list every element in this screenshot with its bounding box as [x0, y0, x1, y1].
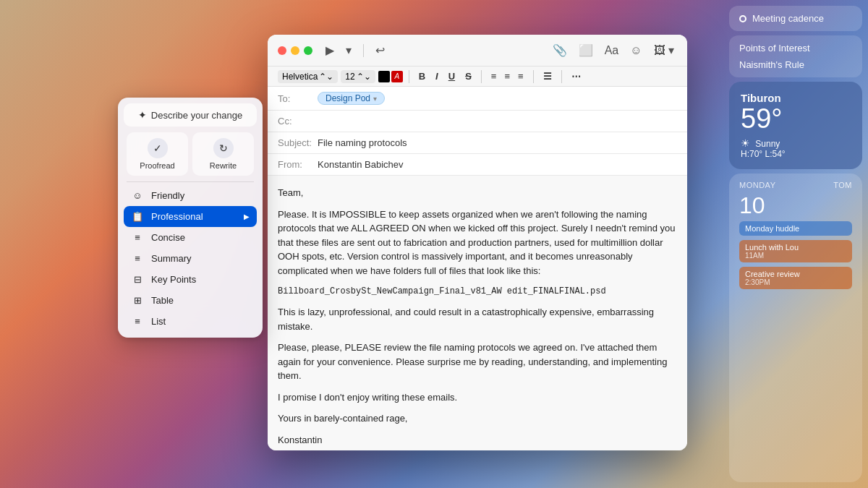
- event-time-1: 11AM: [745, 252, 846, 260]
- maximize-button[interactable]: [304, 46, 312, 55]
- format-sep-2: [481, 70, 482, 83]
- describe-change-button[interactable]: ✦ Describe your change: [124, 103, 257, 127]
- cc-label: Cc:: [278, 116, 318, 127]
- list-label: List: [151, 316, 166, 327]
- attach-button[interactable]: 📎: [550, 42, 570, 59]
- list-icon: ≡: [131, 316, 144, 327]
- calendar-header: MONDAY TOM: [739, 181, 852, 189]
- body-signature: Konstantin: [278, 433, 677, 448]
- weather-widget: Tiburon 59° ☀ Sunny H:70° L:54°: [729, 82, 862, 169]
- highlight-color-swatch[interactable]: A: [391, 71, 403, 82]
- body-greeting: Team,: [278, 186, 677, 200]
- professional-icon: 📋: [131, 211, 144, 222]
- links-widget: Points of Interest Naismith's Rule: [729, 35, 862, 77]
- to-field-row: To: Design Pod ▾: [268, 87, 687, 111]
- send-button[interactable]: ▶: [323, 42, 337, 59]
- font-selector[interactable]: Helvetica ⌃⌄: [278, 70, 338, 83]
- meeting-label: Meeting cadence: [752, 13, 824, 24]
- close-button[interactable]: [278, 46, 286, 55]
- table-label: Table: [151, 295, 174, 306]
- from-value[interactable]: Konstantin Babichev: [318, 159, 677, 170]
- wt-menu-concise[interactable]: ≡ Concise: [124, 227, 257, 248]
- color-swatch-group: A: [378, 71, 403, 82]
- underline-button[interactable]: U: [445, 69, 459, 83]
- calendar-event-1[interactable]: Lunch with Lou 11AM: [739, 240, 852, 262]
- wt-menu-summary[interactable]: ≡ Summary: [124, 248, 257, 269]
- text-color-swatch[interactable]: [378, 71, 390, 82]
- wt-menu-professional[interactable]: 📋 Professional: [124, 206, 257, 227]
- window-icon: ⬜: [579, 44, 593, 56]
- meeting-badge[interactable]: Meeting cadence: [729, 6, 862, 31]
- font-size: 12: [345, 72, 354, 82]
- sun-icon: ☀: [741, 137, 750, 149]
- align-center-button[interactable]: ≡: [501, 69, 514, 83]
- font-button[interactable]: Aa: [602, 43, 622, 59]
- traffic-lights: [278, 46, 312, 55]
- format-sep-4: [561, 70, 562, 83]
- proofread-label: Proofread: [140, 161, 174, 170]
- wt-menu-key-points[interactable]: ⊟ Key Points: [124, 269, 257, 290]
- body-para-2: This is lazy, unprofessional, and could …: [278, 305, 677, 333]
- bold-icon: B: [419, 71, 425, 82]
- mail-header-fields: To: Design Pod ▾ Cc: Subject: File namin…: [268, 87, 687, 176]
- minimize-button[interactable]: [291, 46, 299, 55]
- weather-high-low: H:70° L:54°: [741, 149, 786, 159]
- wt-menu-table[interactable]: ⊞ Table: [124, 290, 257, 311]
- photo-dropdown-icon: ▾: [668, 44, 674, 56]
- rewrite-icon: ↻: [213, 138, 234, 158]
- widgets-panel: Meeting cadence Points of Interest Naism…: [723, 0, 868, 488]
- to-tag[interactable]: Design Pod ▾: [318, 92, 385, 105]
- link-points-of-interest[interactable]: Points of Interest: [739, 43, 852, 53]
- friendly-label: Friendly: [151, 190, 184, 201]
- mail-body[interactable]: Team, Please. It is IMPOSSIBLE to keep a…: [268, 176, 687, 450]
- weather-condition-text: Sunny: [755, 139, 780, 149]
- wt-menu-friendly[interactable]: ☺ Friendly: [124, 185, 257, 206]
- mail-window: ▶ ▾ ↩ 📎 ⬜ Aa ☺ 🖼 ▾: [268, 35, 687, 450]
- event-title-0: Monday huddle: [745, 224, 846, 233]
- calendar-event-2[interactable]: Creative review 2:30PM: [739, 267, 852, 289]
- bold-button[interactable]: B: [415, 69, 429, 83]
- calendar-day-next: TOM: [833, 181, 852, 189]
- align-left-button[interactable]: ≡: [488, 69, 501, 83]
- wand-icon: ✦: [138, 109, 147, 121]
- event-title-1: Lunch with Lou: [745, 243, 846, 252]
- from-label: From:: [278, 159, 318, 170]
- rewrite-button[interactable]: ↻ Rewrite: [192, 132, 254, 176]
- key-points-label: Key Points: [151, 274, 196, 285]
- strikethrough-icon: S: [465, 71, 472, 82]
- to-dropdown-icon: ▾: [373, 95, 377, 103]
- size-selector[interactable]: 12 ⌃⌄: [341, 70, 375, 83]
- emoji-button[interactable]: ☺: [627, 43, 644, 59]
- concise-icon: ≡: [131, 232, 144, 243]
- wt-menu-list[interactable]: ≡ List: [124, 311, 257, 332]
- strikethrough-button[interactable]: S: [461, 69, 475, 83]
- undo-icon: ↩: [375, 44, 385, 56]
- from-field-row: From: Konstantin Babichev: [268, 154, 687, 176]
- rewrite-label: Rewrite: [210, 161, 237, 170]
- subject-label: Subject:: [278, 137, 318, 148]
- professional-label: Professional: [151, 211, 203, 222]
- subject-value[interactable]: File naming protocols: [318, 137, 677, 148]
- link-naismith[interactable]: Naismith's Rule: [739, 59, 852, 70]
- more-format-button[interactable]: ⋯: [568, 69, 584, 83]
- font-icon: Aa: [605, 44, 619, 56]
- italic-icon: I: [435, 71, 438, 82]
- emoji-icon: ☺: [630, 44, 642, 56]
- key-points-icon: ⊟: [131, 274, 144, 285]
- photo-button[interactable]: 🖼 ▾: [651, 42, 677, 59]
- italic-button[interactable]: I: [432, 69, 442, 83]
- event-time-2: 2:30PM: [745, 278, 846, 286]
- calendar-day-number: 10: [739, 194, 852, 217]
- window-button[interactable]: ⬜: [576, 42, 596, 59]
- weather-temp: 59°: [741, 104, 851, 134]
- list-button[interactable]: ☰: [540, 69, 556, 83]
- to-value[interactable]: Design Pod ▾: [318, 92, 677, 105]
- align-right-button[interactable]: ≡: [514, 69, 527, 83]
- subject-field-row: Subject: File naming protocols: [268, 132, 687, 154]
- to-label: To:: [278, 93, 318, 104]
- send-dropdown-button[interactable]: ▾: [343, 42, 354, 59]
- undo-button[interactable]: ↩: [373, 42, 388, 59]
- wt-separator: [127, 181, 254, 182]
- calendar-event-0[interactable]: Monday huddle: [739, 221, 852, 236]
- proofread-button[interactable]: ✓ Proofread: [127, 132, 188, 176]
